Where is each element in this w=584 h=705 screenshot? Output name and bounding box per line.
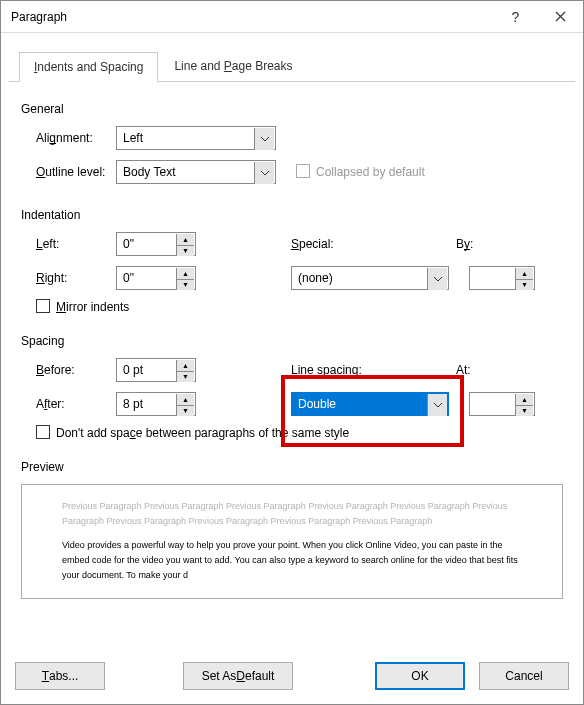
chevron-down-icon [427, 394, 447, 416]
chevron-down-icon [254, 162, 274, 184]
section-indentation: Indentation [21, 208, 563, 222]
chevron-up-icon[interactable]: ▲ [177, 394, 194, 406]
tab-line-page-breaks[interactable]: Line and Page Breaks [160, 52, 306, 82]
chevron-down-icon[interactable]: ▼ [177, 406, 194, 417]
chevron-up-icon[interactable]: ▲ [177, 234, 194, 246]
line-spacing-label: Line spacing: [291, 363, 391, 377]
collapsed-checkbox[interactable] [296, 164, 310, 178]
indent-right-label: Right: [21, 271, 116, 285]
dialog-content: General Alignment: Left Outline level: B… [1, 82, 583, 650]
cancel-button[interactable]: Cancel [479, 662, 569, 690]
preview-box: Previous Paragraph Previous Paragraph Pr… [21, 484, 563, 599]
indent-right-spinner[interactable]: 0" ▲▼ [116, 266, 196, 290]
chevron-down-icon[interactable]: ▼ [177, 372, 194, 383]
by-label: By: [456, 237, 526, 251]
alignment-label: Alignment: [21, 131, 116, 145]
chevron-down-icon[interactable]: ▼ [177, 246, 194, 257]
outline-level-label: Outline level: [21, 165, 116, 179]
help-icon: ? [512, 9, 520, 25]
at-spinner[interactable]: ▲▼ [469, 392, 535, 416]
special-label: Special: [291, 237, 361, 251]
chevron-down-icon [427, 268, 447, 290]
help-button[interactable]: ? [493, 2, 538, 32]
titlebar: Paragraph ? [1, 1, 583, 33]
chevron-down-icon[interactable]: ▼ [516, 406, 533, 417]
after-spinner[interactable]: 8 pt ▲▼ [116, 392, 196, 416]
preview-body-text: Video provides a powerful way to help yo… [62, 538, 522, 584]
indent-left-label: Left: [21, 237, 116, 251]
chevron-down-icon [254, 128, 274, 150]
chevron-up-icon[interactable]: ▲ [177, 268, 194, 280]
dialog-footer: Tabs... Set As Default OK Cancel [1, 650, 583, 704]
dialog-title: Paragraph [11, 10, 493, 24]
line-spacing-combo[interactable]: Double [291, 392, 449, 416]
chevron-down-icon[interactable]: ▼ [516, 280, 533, 291]
tabs-button[interactable]: Tabs... [15, 662, 105, 690]
preview-previous-text: Previous Paragraph Previous Paragraph Pr… [62, 499, 522, 530]
tab-indents-spacing[interactable]: Indents and Spacing [19, 52, 158, 82]
section-spacing: Spacing [21, 334, 563, 348]
before-spinner[interactable]: 0 pt ▲▼ [116, 358, 196, 382]
no-space-checkbox[interactable] [36, 425, 50, 439]
at-label: At: [456, 363, 526, 377]
ok-button[interactable]: OK [375, 662, 465, 690]
after-label: After: [21, 397, 116, 411]
no-space-label: Don't add space between paragraphs of th… [56, 426, 349, 440]
section-preview: Preview [21, 460, 563, 474]
indent-left-spinner[interactable]: 0" ▲▼ [116, 232, 196, 256]
chevron-up-icon[interactable]: ▲ [177, 360, 194, 372]
collapsed-label: Collapsed by default [316, 165, 425, 179]
mirror-indents-label: Mirror indents [56, 300, 129, 314]
by-spinner[interactable]: ▲▼ [469, 266, 535, 290]
chevron-up-icon[interactable]: ▲ [516, 394, 533, 406]
chevron-up-icon[interactable]: ▲ [516, 268, 533, 280]
outline-level-combo[interactable]: Body Text [116, 160, 276, 184]
paragraph-dialog: Paragraph ? Indents and Spacing Line and… [0, 0, 584, 705]
chevron-down-icon[interactable]: ▼ [177, 280, 194, 291]
alignment-combo[interactable]: Left [116, 126, 276, 150]
set-default-button[interactable]: Set As Default [183, 662, 293, 690]
mirror-indents-checkbox[interactable] [36, 299, 50, 313]
close-icon [555, 11, 566, 22]
close-button[interactable] [538, 2, 583, 32]
section-general: General [21, 102, 563, 116]
before-label: Before: [21, 363, 116, 377]
special-combo[interactable]: (none) [291, 266, 449, 290]
tab-strip: Indents and Spacing Line and Page Breaks [9, 41, 575, 82]
